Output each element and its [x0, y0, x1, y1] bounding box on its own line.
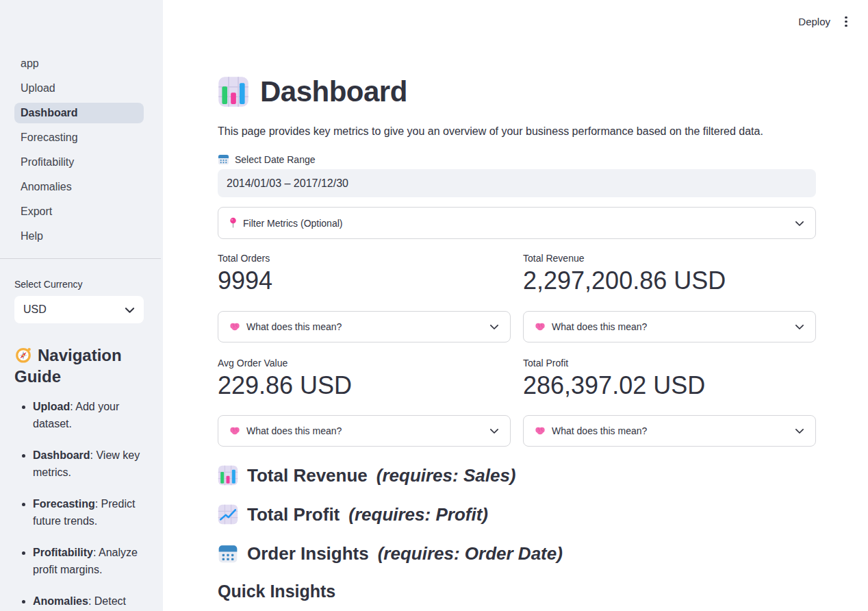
date-range-value: 2014/01/03 – 2017/12/30	[227, 177, 348, 190]
sidebar-item-app[interactable]: app	[14, 53, 144, 74]
sidebar-divider	[0, 258, 161, 259]
sidebar-item-profitability[interactable]: Profitability	[14, 152, 144, 173]
metric-value: 286,397.02 USD	[523, 372, 816, 399]
metric-label: Total Revenue	[523, 253, 816, 264]
list-item: Profitability: Analyze profit margins.	[33, 544, 151, 578]
metric-avg-order-value: Avg Order Value 229.86 USD	[218, 358, 511, 399]
sidebar: app Upload Dashboard Forecasting Profita…	[0, 0, 163, 611]
section-title: Order Insights	[247, 543, 369, 564]
navigation-guide-list: Upload: Add your dataset. Dashboard: Vie…	[14, 398, 151, 611]
brain-icon	[535, 322, 546, 332]
calendar-icon	[218, 543, 238, 564]
list-item: Forecasting: Predict future trends.	[33, 495, 151, 529]
metric-value: 9994	[218, 267, 511, 295]
section-title: Total Revenue	[247, 465, 368, 486]
list-item: Anomalies: Detect	[33, 593, 151, 610]
currency-select-label: Select Currency	[14, 279, 144, 290]
chevron-down-icon	[489, 323, 499, 331]
navigation-guide-title: Navigation Guide	[14, 345, 146, 387]
date-range-label: Select Date Range	[235, 154, 316, 165]
sidebar-item-upload[interactable]: Upload	[14, 78, 144, 99]
sidebar-item-export[interactable]: Export	[14, 201, 144, 222]
sidebar-item-forecasting[interactable]: Forecasting	[14, 127, 144, 148]
nav-label: Export	[21, 205, 52, 218]
currency-select-value: USD	[23, 303, 47, 316]
section-total-revenue: Total Revenue (requires: Sales)	[218, 465, 816, 486]
meaning-expander-label: What does this mean?	[246, 425, 342, 436]
section-requires: (requires: Order Date)	[378, 543, 563, 564]
section-requires: (requires: Sales)	[376, 465, 516, 486]
metric-total-profit: Total Profit 286,397.02 USD	[523, 358, 816, 399]
nav-label: Upload	[21, 82, 55, 95]
calendar-icon	[218, 153, 229, 165]
meaning-expander-label: What does this mean?	[552, 321, 647, 332]
line-chart-icon	[218, 504, 238, 525]
section-total-profit: Total Profit (requires: Profit)	[218, 504, 816, 525]
meaning-expander-total-orders[interactable]: What does this mean?	[218, 311, 511, 342]
meaning-expander-total-profit[interactable]: What does this mean?	[523, 415, 816, 447]
section-title: Total Profit	[247, 504, 340, 525]
main-content: Dashboard This page provides key metrics…	[218, 0, 816, 601]
bar-chart-icon	[218, 76, 249, 108]
sidebar-item-help[interactable]: Help	[14, 226, 144, 247]
list-item: Upload: Add your dataset.	[33, 398, 151, 432]
meaning-expander-total-revenue[interactable]: What does this mean?	[523, 311, 816, 342]
filter-expander-label: Filter Metrics (Optional)	[243, 218, 342, 229]
quick-insights-title: Quick Insights	[218, 582, 816, 601]
bar-chart-icon	[218, 465, 238, 486]
currency-select[interactable]: USD	[14, 296, 144, 323]
chevron-down-icon	[795, 323, 804, 331]
chevron-down-icon	[125, 306, 135, 314]
page-subtitle: This page provides key metrics to give y…	[218, 123, 816, 140]
kebab-menu-icon[interactable]	[841, 16, 851, 27]
metric-value: 229.86 USD	[218, 372, 511, 399]
metric-label: Total Profit	[523, 358, 816, 369]
chevron-down-icon	[795, 427, 804, 435]
nav-label: app	[21, 58, 39, 70]
filter-metrics-expander[interactable]: Filter Metrics (Optional)	[218, 207, 816, 239]
page-title: Dashboard	[260, 75, 407, 108]
metric-total-revenue: Total Revenue 2,297,200.86 USD	[523, 253, 816, 295]
compass-icon	[14, 346, 32, 364]
section-order-insights: Order Insights (requires: Order Date)	[218, 543, 816, 564]
nav-label: Profitability	[21, 156, 74, 169]
sidebar-item-dashboard[interactable]: Dashboard	[14, 103, 144, 123]
meaning-expander-label: What does this mean?	[552, 425, 647, 436]
meaning-expander-avg-order-value[interactable]: What does this mean?	[218, 415, 511, 447]
nav-label: Anomalies	[21, 181, 72, 193]
nav-label: Forecasting	[21, 132, 78, 144]
round-pushpin-icon	[229, 217, 237, 229]
metric-label: Total Orders	[218, 253, 511, 264]
sidebar-item-anomalies[interactable]: Anomalies	[14, 177, 144, 197]
metric-total-orders: Total Orders 9994	[218, 253, 511, 295]
list-item: Dashboard: View key metrics.	[33, 447, 151, 481]
brain-icon	[229, 426, 240, 436]
meaning-expander-label: What does this mean?	[246, 321, 342, 332]
date-range-input[interactable]: 2014/01/03 – 2017/12/30	[218, 169, 816, 197]
nav-label: Dashboard	[21, 107, 78, 119]
chevron-down-icon	[795, 219, 804, 227]
sidebar-nav: app Upload Dashboard Forecasting Profita…	[14, 53, 144, 251]
metric-label: Avg Order Value	[218, 358, 511, 369]
metric-value: 2,297,200.86 USD	[523, 267, 816, 295]
chevron-down-icon	[489, 427, 499, 435]
brain-icon	[535, 426, 546, 436]
nav-label: Help	[21, 230, 43, 242]
brain-icon	[229, 322, 240, 332]
section-requires: (requires: Profit)	[348, 504, 488, 525]
